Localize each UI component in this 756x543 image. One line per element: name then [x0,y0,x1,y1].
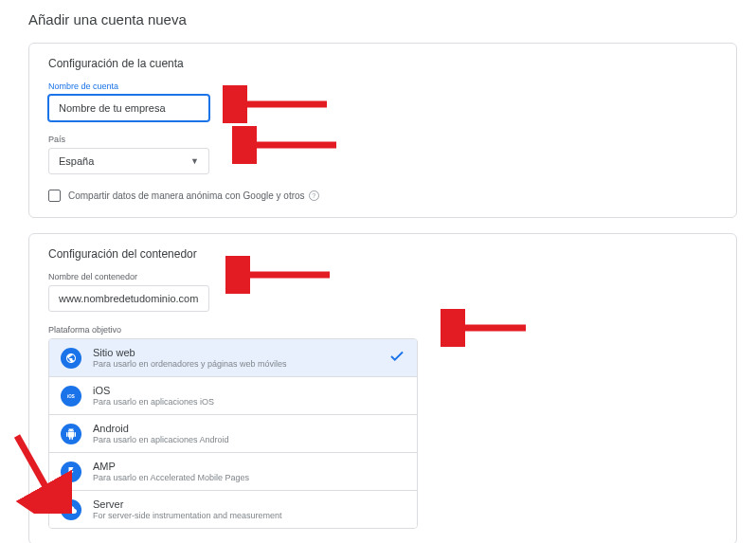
android-icon [61,424,81,444]
country-select[interactable]: España ▼ [48,148,209,174]
platform-desc: For server-side instrumentation and meas… [93,511,405,520]
platform-name: AMP [93,461,405,472]
platform-web[interactable]: Sitio web Para usarlo en ordenadores y p… [49,339,417,377]
platform-desc: Para usarlo en Accelerated Mobile Pages [93,473,405,482]
platform-desc: Para usarlo en ordenadores y páginas web… [93,359,377,369]
server-icon [61,499,81,520]
account-config-card: Configuración de la cuenta Nombre de cue… [28,43,737,218]
platform-server[interactable]: Server For server-side instrumentation a… [49,491,417,528]
platform-desc: Para usarlo en aplicaciones iOS [93,397,405,407]
account-config-title: Configuración de la cuenta [48,57,717,70]
platform-list: Sitio web Para usarlo en ordenadores y p… [48,338,418,529]
platform-name: Server [93,498,405,510]
globe-icon [61,348,81,369]
platform-name: iOS [93,385,405,396]
platform-ios[interactable]: iOS iOS Para usarlo en aplicaciones iOS [49,377,417,415]
country-label: País [48,135,717,144]
info-icon[interactable]: ? [309,190,319,201]
ios-icon: iOS [61,386,81,407]
platform-amp[interactable]: AMP Para usarlo en Accelerated Mobile Pa… [49,453,417,491]
platform-name: Android [93,423,405,434]
platform-name: Sitio web [93,347,377,358]
account-name-input[interactable] [48,95,209,121]
platform-label: Plataforma objetivo [48,325,717,335]
container-config-title: Configuración del contenedor [48,247,717,261]
share-data-label: Compartir datos de manera anónima con Go… [68,190,319,201]
container-name-label: Nombre del contenedor [48,272,717,281]
share-data-checkbox[interactable] [48,190,61,202]
container-config-card: Configuración del contenedor Nombre del … [28,233,737,543]
country-value: España [59,155,94,167]
container-name-input[interactable] [48,285,209,312]
check-icon [388,348,405,369]
amp-icon [61,462,81,482]
platform-desc: Para usarlo en aplicaciones Android [93,435,405,444]
svg-text:iOS: iOS [67,394,75,399]
chevron-down-icon: ▼ [190,156,199,166]
platform-android[interactable]: Android Para usarlo en aplicaciones Andr… [49,415,417,453]
account-name-label: Nombre de cuenta [48,81,717,91]
page-title: Añadir una cuenta nueva [28,11,737,27]
